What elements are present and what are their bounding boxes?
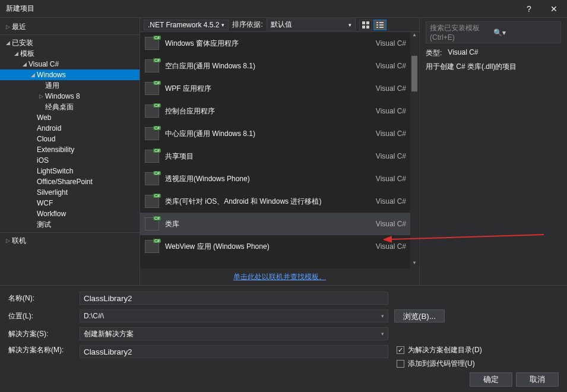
sort-combo[interactable]: 默认值▾ [267, 18, 356, 31]
checkbox-source-control[interactable]: 添加到源代码管理(U) [397, 359, 531, 369]
scroll-thumb[interactable] [411, 56, 417, 91]
template-shared[interactable]: 共享项目Visual C# [140, 145, 411, 167]
window-title: 新建项目 [6, 4, 517, 14]
framework-combo[interactable]: .NET Framework 4.5.2▾ [144, 20, 229, 30]
scrollbar[interactable]: ▲ ▼ [410, 32, 419, 268]
cancel-button[interactable]: 取消 [516, 372, 559, 387]
template-blank-app[interactable]: 空白应用(通用 Windows 8.1)Visual C# [140, 55, 411, 77]
csharp-icon [145, 59, 159, 72]
sidebar-test[interactable]: 测试 [0, 219, 140, 230]
sidebar-silverlight[interactable]: Silverlight [0, 187, 140, 198]
csharp-icon [145, 127, 159, 140]
chevron-right-icon [4, 24, 12, 30]
solution-combo[interactable]: 创建新解决方案▾ [80, 327, 388, 340]
list-view-button[interactable] [373, 20, 387, 30]
svg-rect-2 [362, 26, 365, 29]
template-console[interactable]: 控制台应用程序Visual C# [140, 100, 411, 122]
svg-rect-3 [366, 26, 369, 29]
sidebar-web[interactable]: Web [0, 112, 140, 123]
template-class-library[interactable]: 类库Visual C# [140, 213, 411, 235]
ok-button[interactable]: 确定 [470, 372, 512, 387]
sidebar-ios[interactable]: iOS [0, 155, 140, 166]
close-button[interactable]: ✕ [541, 4, 567, 14]
chevron-down-icon [20, 61, 28, 67]
svg-rect-1 [366, 21, 369, 24]
search-icon: 🔍▾ [493, 29, 557, 37]
location-input[interactable]: D:\C#\▾ [80, 309, 388, 323]
action-buttons: 确定 取消 [0, 369, 567, 392]
template-winforms[interactable]: Windows 窗体应用程序Visual C# [140, 32, 411, 55]
search-input[interactable]: 搜索已安装模板(Ctrl+E)🔍▾ [426, 21, 561, 43]
template-pivot[interactable]: 透视应用(Windows Phone)Visual C# [140, 167, 411, 190]
checkbox-icon [397, 346, 404, 354]
sidebar-lightswitch[interactable]: LightSwitch [0, 166, 140, 176]
divider [0, 232, 140, 233]
chevron-down-icon: ▾ [381, 313, 384, 319]
toolbar: .NET Framework 4.5.2▾ 排序依据: 默认值▾ [140, 18, 419, 32]
sidebar-android[interactable]: Android [0, 123, 140, 134]
sidebar-workflow[interactable]: Workflow [0, 208, 140, 219]
titlebar: 新建项目 ? ✕ [0, 0, 567, 18]
csharp-icon [145, 217, 159, 230]
browse-button[interactable]: 浏览(B)... [394, 309, 445, 323]
svg-rect-8 [376, 27, 378, 28]
csharp-icon [145, 195, 159, 208]
online-link[interactable]: 单击此处以联机并查找模板。 [233, 272, 326, 282]
svg-rect-9 [379, 27, 384, 28]
template-wpf[interactable]: WPF 应用程序Visual C# [140, 77, 411, 100]
type-label: 类型: [426, 48, 442, 58]
view-buttons [359, 20, 387, 30]
scroll-up-icon[interactable]: ▲ [410, 32, 419, 40]
csharp-icon [145, 150, 159, 163]
help-button[interactable]: ? [517, 4, 541, 14]
sidebar-extensibility[interactable]: Extensibility [0, 144, 140, 155]
sidebar-recent[interactable]: 最近 [0, 21, 140, 32]
online-search-link: 单击此处以联机并查找模板。 [140, 268, 419, 285]
chevron-down-icon [12, 50, 20, 56]
sidebar-common[interactable]: 通用 [0, 80, 140, 91]
template-list: Windows 窗体应用程序Visual C# 空白应用(通用 Windows … [140, 32, 419, 268]
type-value: Visual C# [448, 48, 478, 58]
checkbox-icon [397, 360, 404, 368]
template-pcl[interactable]: 类库(可针对 iOS、Android 和 Windows 进行移植)Visual… [140, 190, 411, 213]
template-webview[interactable]: WebView 应用 (Windows Phone)Visual C# [140, 235, 411, 258]
scroll-down-icon[interactable]: ▼ [410, 260, 419, 268]
solution-label: 解决方案(S): [8, 329, 74, 339]
chevron-down-icon: ▾ [349, 22, 351, 28]
sidebar-windows[interactable]: Windows [0, 69, 140, 80]
svg-rect-7 [379, 24, 384, 26]
csharp-icon [145, 240, 159, 253]
chevron-down-icon: ▾ [381, 331, 384, 337]
sidebar-visual-csharp[interactable]: Visual C# [0, 59, 140, 69]
template-hub[interactable]: 中心应用(通用 Windows 8.1)Visual C# [140, 122, 411, 145]
name-input[interactable] [80, 292, 388, 305]
divider [0, 34, 140, 35]
sidebar-wcf[interactable]: WCF [0, 198, 140, 208]
sort-label: 排序依据: [232, 20, 262, 30]
sidebar-online[interactable]: 联机 [0, 235, 140, 246]
sidebar-templates[interactable]: 模板 [0, 48, 140, 59]
sidebar-classic[interactable]: 经典桌面 [0, 102, 140, 112]
chevron-down-icon: ▾ [221, 22, 224, 28]
csharp-icon [145, 105, 159, 118]
csharp-icon [145, 37, 159, 50]
sidebar-installed[interactable]: 已安装 [0, 37, 140, 48]
checkbox-create-dir[interactable]: 为解决方案创建目录(D) [397, 345, 531, 355]
center-panel: .NET Framework 4.5.2▾ 排序依据: 默认值▾ Windows… [140, 18, 420, 285]
location-label: 位置(L): [8, 311, 74, 321]
sidebar-win8[interactable]: Windows 8 [0, 91, 140, 102]
name-label: 名称(N): [8, 293, 74, 304]
svg-rect-4 [376, 22, 378, 23]
sidebar-cloud[interactable]: Cloud [0, 134, 140, 144]
right-panel: 搜索已安装模板(Ctrl+E)🔍▾ 类型:Visual C# 用于创建 C# 类… [420, 18, 567, 285]
type-row: 类型:Visual C# [426, 48, 561, 58]
sidebar-office[interactable]: Office/SharePoint [0, 176, 140, 187]
csharp-icon [145, 172, 159, 185]
solution-name-input[interactable] [80, 345, 388, 358]
sidebar: 最近 已安装 模板 Visual C# Windows 通用 Windows 8… [0, 18, 140, 285]
chevron-right-icon [37, 93, 45, 99]
grid-view-button[interactable] [359, 20, 372, 30]
description: 用于创建 C# 类库(.dll)的项目 [426, 62, 561, 72]
chevron-down-icon [28, 72, 37, 78]
chevron-right-icon [4, 238, 12, 244]
